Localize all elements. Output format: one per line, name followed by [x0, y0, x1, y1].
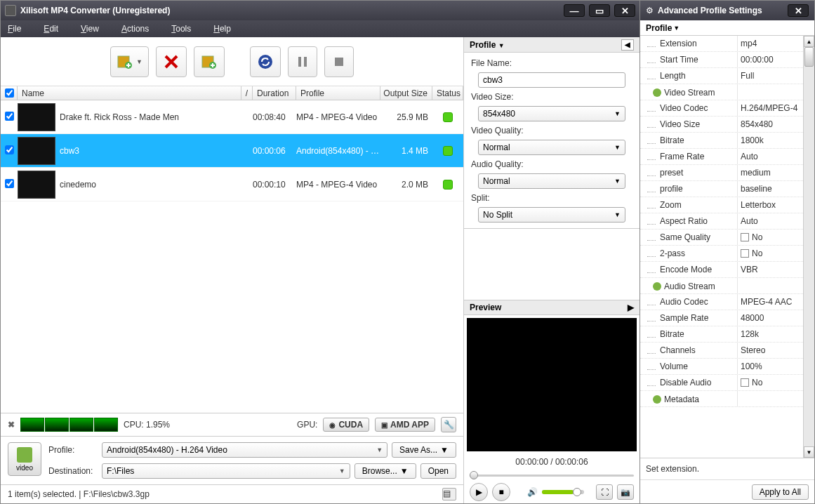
adv-close-button[interactable]: ✕	[788, 4, 809, 17]
videosize-select[interactable]: 854x480▼	[478, 106, 625, 121]
scroll-up-icon[interactable]: ▲	[804, 36, 814, 47]
property-value[interactable]: No	[737, 230, 803, 245]
property-value[interactable]: VBR	[737, 262, 803, 277]
property-group[interactable]: Video Stream	[640, 84, 803, 100]
property-value[interactable]: No	[737, 375, 803, 390]
row-checkbox[interactable]	[5, 145, 14, 154]
volume-slider[interactable]	[542, 490, 584, 494]
open-button[interactable]: Open	[420, 463, 456, 479]
property-row[interactable]: Volume100%	[640, 359, 803, 375]
property-value[interactable]: Auto	[737, 149, 803, 164]
settings-icon[interactable]: 🔧	[441, 417, 456, 432]
property-value[interactable]: MPEG-4 AAC	[737, 294, 803, 310]
snapshot-icon[interactable]: 📷	[617, 484, 634, 500]
menu-view[interactable]: View	[81, 24, 99, 34]
profile-dropdown[interactable]: Android(854x480) - H.264 Video▼	[102, 442, 387, 458]
delete-button[interactable]	[156, 46, 187, 77]
table-row[interactable]: cinedemo 00:00:10 MP4 - MPEG-4 Video 2.0…	[1, 168, 463, 201]
property-group[interactable]: Metadata	[640, 391, 803, 407]
adv-profile-header[interactable]: Profile ▼	[640, 20, 814, 36]
property-row[interactable]: Start Time00:00:00	[640, 52, 803, 68]
header-status[interactable]: Status	[432, 86, 463, 100]
menu-edit[interactable]: Edit	[44, 24, 58, 34]
maximize-button[interactable]: ▭	[589, 4, 610, 17]
stop-preview-button[interactable]: ■	[492, 483, 510, 501]
header-output-size[interactable]: Output Size	[380, 86, 432, 100]
header-name[interactable]: Name	[18, 86, 241, 100]
volume-icon[interactable]: 🔊	[527, 487, 538, 497]
fullscreen-icon[interactable]: ⛶	[596, 484, 613, 500]
header-slash[interactable]: /	[241, 86, 253, 100]
split-select[interactable]: No Split▼	[478, 207, 625, 223]
header-checkbox[interactable]	[1, 86, 18, 100]
property-value[interactable]: 1800k	[737, 133, 803, 148]
header-profile[interactable]: Profile	[296, 86, 380, 100]
menu-tools[interactable]: Tools	[171, 24, 191, 34]
property-row[interactable]: Encode ModeVBR	[640, 262, 803, 278]
apply-to-all-button[interactable]: Apply to All	[752, 484, 809, 500]
property-row[interactable]: Bitrate128k	[640, 326, 803, 343]
property-row[interactable]: Bitrate1800k	[640, 133, 803, 149]
property-row[interactable]: ZoomLetterbox	[640, 197, 803, 213]
property-value[interactable]: 00:00:00	[737, 52, 803, 67]
table-row[interactable]: cbw3 00:00:06 Android(854x480) - H... 1.…	[1, 134, 463, 168]
audioquality-select[interactable]: Normal▼	[478, 173, 625, 189]
layout-icon[interactable]: ▤	[442, 488, 456, 500]
filename-input[interactable]: cbw3	[478, 72, 625, 88]
property-value[interactable]: Stereo	[737, 343, 803, 358]
cuda-button[interactable]: ◉CUDA	[323, 418, 369, 432]
property-row[interactable]: ChannelsStereo	[640, 343, 803, 359]
add-profile-button[interactable]	[194, 46, 225, 77]
checkbox-icon[interactable]	[741, 378, 749, 387]
device-icon[interactable]: video	[8, 442, 41, 476]
property-row[interactable]: Same QualityNo	[640, 230, 803, 246]
close-cpu-icon[interactable]: ✖	[8, 420, 15, 430]
checkbox-icon[interactable]	[741, 249, 749, 258]
property-value[interactable]: 128k	[737, 326, 803, 342]
property-value[interactable]: 48000	[737, 310, 803, 326]
property-value[interactable]: No	[737, 246, 803, 261]
property-value[interactable]: 100%	[737, 359, 803, 374]
property-group[interactable]: Audio Stream	[640, 278, 803, 294]
row-checkbox[interactable]	[5, 112, 14, 121]
menu-file[interactable]: File	[8, 24, 21, 34]
property-row[interactable]: Sample Rate48000	[640, 310, 803, 326]
videoquality-select[interactable]: Normal▼	[478, 140, 625, 155]
collapse-icon[interactable]: ◀	[621, 39, 634, 51]
property-row[interactable]: profilebaseline	[640, 181, 803, 197]
browse-button[interactable]: Browse...▼	[355, 463, 416, 479]
property-value[interactable]: mp4	[737, 36, 803, 51]
seek-slider[interactable]	[470, 470, 634, 481]
property-row[interactable]: Video CodecH.264/MPEG-4	[640, 100, 803, 117]
play-button[interactable]: ▶	[470, 483, 488, 501]
checkbox-icon[interactable]	[741, 233, 749, 241]
property-value[interactable]: baseline	[737, 181, 803, 197]
property-row[interactable]: Video Size854x480	[640, 117, 803, 133]
property-value[interactable]: Letterbox	[737, 197, 803, 213]
table-row[interactable]: Drake ft. Rick Ross - Made Men 00:08:40 …	[1, 100, 463, 134]
scroll-thumb[interactable]	[804, 47, 814, 67]
pause-button[interactable]	[288, 46, 317, 77]
menu-actions[interactable]: Actions	[121, 24, 149, 34]
minimize-button[interactable]: —	[564, 4, 585, 17]
property-value[interactable]: H.264/MPEG-4	[737, 100, 803, 116]
property-row[interactable]: Audio CodecMPEG-4 AAC	[640, 294, 803, 310]
property-row[interactable]: LengthFull	[640, 68, 803, 84]
property-row[interactable]: presetmedium	[640, 165, 803, 181]
destination-dropdown[interactable]: F:\Files▼	[102, 463, 350, 479]
add-file-button[interactable]: ▼	[110, 46, 149, 77]
property-row[interactable]: Disable AudioNo	[640, 375, 803, 391]
menu-help[interactable]: Help	[213, 24, 231, 34]
property-row[interactable]: Aspect RatioAuto	[640, 213, 803, 230]
property-value[interactable]: medium	[737, 165, 803, 180]
stop-button[interactable]	[324, 46, 354, 77]
convert-button[interactable]	[250, 46, 281, 77]
property-row[interactable]: 2-passNo	[640, 246, 803, 262]
property-value[interactable]: Auto	[737, 213, 803, 229]
row-checkbox[interactable]	[5, 179, 14, 188]
save-as-button[interactable]: Save As...▼	[392, 442, 456, 458]
scroll-down-icon[interactable]: ▼	[804, 446, 814, 458]
property-row[interactable]: Frame RateAuto	[640, 149, 803, 165]
amd-button[interactable]: ▣AMD APP	[375, 418, 435, 432]
expand-icon[interactable]: ▶	[628, 303, 634, 312]
